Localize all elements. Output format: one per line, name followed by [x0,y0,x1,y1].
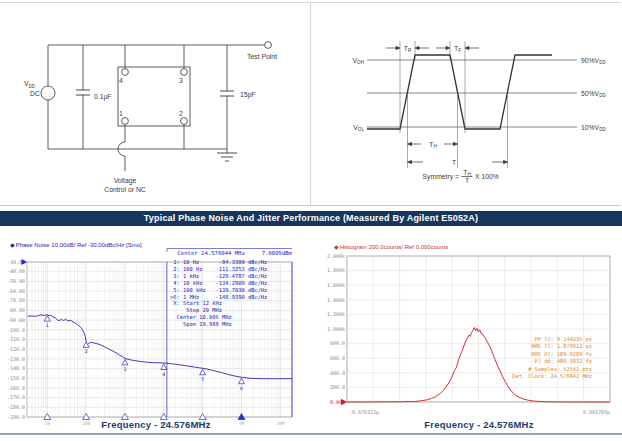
phase-noise-chart: ◆Phase Noise 10.00dB/ Ref -30.00dBc/Hz [… [2,238,310,432]
arrow-left-icon [415,46,419,49]
vol-label: VOL [353,124,364,132]
annotation-line: # Samples: 52542 pts [528,366,592,373]
arrow-left-icon [465,46,469,49]
pin-number-2: 2 [179,110,183,117]
y-tick-label: 600.0 [330,355,345,361]
dut-outline [118,67,190,126]
bypass-capacitor-symbol [76,90,90,95]
reference-lines [367,60,577,127]
y-tick-label: -50.00 [7,278,25,284]
marker-table-row: 1: 10 Hz -84.3389 dBc/Hz [170,259,267,265]
arrow-left-icon [408,160,412,163]
pin-circle-2 [181,118,188,125]
level-50-label: 50%VDD [581,90,606,98]
pin-circle-1 [122,118,129,125]
symmetry-multiplier: X 100% [475,173,499,180]
level-90-label: 90%VDD [581,57,606,65]
test-point-terminal [265,42,272,49]
arrow-right-icon [454,142,458,145]
vdd-label: VDD [24,80,36,89]
arrow-right-icon [396,46,400,49]
y-tick-label: 1.200k [327,311,345,317]
annotation-line: PJ dd: 489.9932 fs [535,358,592,364]
trace-marker-icon [122,359,128,365]
y-tick-label: -130.0 [7,356,25,362]
control-label-line1: Voltage [114,177,137,185]
phase-noise-caption: Frequency - 24.576MHz [2,419,310,432]
ground-symbol [217,153,237,161]
dc-label: DC [30,90,40,97]
arrow-left-icon [408,142,412,145]
pin-number-3: 3 [179,77,183,84]
top-diagrams-section: VDD DC 0.1µF 15pF Test Point 4 3 1 2 Vol… [0,2,621,206]
x-min-label: -9.676322p [349,409,379,416]
bypass-cap-label: 0.1µF [94,93,112,101]
test-point-label: Test Point [247,53,277,60]
pin-circle-3 [181,69,188,76]
dut-pins [122,69,188,125]
y-tick-label: -140.0 [7,365,25,371]
trace-marker-icon [161,364,167,370]
y-tick-label: -80.00 [7,307,25,313]
y-tick-label: 1.800k [327,267,345,273]
marker-table: 1: 10 Hz -84.3389 dBc/Hz 2: 100 Hz -111.… [170,259,267,328]
t-label: T [452,159,456,166]
arrow-right-icon [504,160,508,163]
test-circuit-diagram: VDD DC 0.1µF 15pF Test Point 4 3 1 2 Vol… [0,3,310,205]
section-header: Typical Phase Noise And Jitter Performan… [0,211,622,226]
waveform-timing-diagram: VOH VOL 90%VDD 50%VDD 10%VDD TR TF TH T … [311,3,621,205]
x-max-label: 9.901765p [583,409,610,416]
tr-label: TR [404,45,412,53]
trace-marker-icon [238,378,244,384]
y-tick-label: -160.0 [7,385,25,391]
trace-marker-icon [200,369,206,375]
y-tick-label: 1.400k [327,297,345,303]
y-tick-label: -180.0 [7,404,25,410]
trace-marker-number: 3 [124,367,127,372]
marker-table-row: Span 19.988 MHz [170,321,232,328]
y-tick-label: -150.0 [7,375,25,381]
pin-number-4: 4 [119,77,123,84]
load-cap-label: 15pF [240,91,256,99]
y-tick-label: -170.0 [7,394,25,400]
histogram-title: ◆Histogram 200.0counts/ Ref 0.000counts [334,244,448,250]
circuit-wires [48,45,265,171]
phase-noise-title: ◆Phase Noise 10.00dB/ Ref -30.00dBc/Hz [… [10,242,142,248]
dc-source-symbol [41,86,55,100]
y-tick-label: 1.600k [327,282,345,288]
y-tick-label: -110.0 [7,336,25,342]
diamond-icon: ◆ [334,244,339,250]
load-capacitor-symbol [220,91,234,96]
tf-label: TF [454,45,461,53]
y-tick-label: 200.0 [330,384,345,390]
page-bottom-rule [0,433,622,435]
marker-table-row: X: Start 12 kHz [170,300,222,306]
trace-marker-icon [44,316,50,322]
timing-diagram-panel: VOH VOL 90%VDD 50%VDD 10%VDD TR TF TH T … [311,3,621,205]
clock-waveform-trace [367,55,552,129]
pin-circle-4 [122,69,129,76]
marker-table-row: 2: 100 Hz -111.3253 dBc/Hz [170,266,267,272]
annotation-line: RMS PJ: 109.6209 fs [531,351,592,357]
trace-marker-number: 5 [201,377,204,382]
y-tick-label: -60.00 [7,288,25,294]
center-frequency-readout: Center 24.576044 MHz 7.6005dBm [177,250,292,256]
marker-table-row: Center 10.006 MHz [170,314,232,320]
marker-table-row: >6: 1 MHz -148.9390 dBc/Hz [170,294,267,300]
marker-table-row: 4: 10 kHz -134.2909 dBc/Hz [170,280,267,286]
y-tick-label: 400.0 [330,370,345,376]
annotation-line: PP TJ: 9.144235 ps [535,336,592,343]
annotation-line: RMS TJ: 1.079912 ps [531,343,592,350]
trace-marker-number: 1 [46,323,49,328]
histogram-plot-area: 2.000k1.800k1.600k1.400k1.200k1.000k800.… [327,253,610,406]
jitter-annotations: PP TJ: 9.144235 psRMS TJ: 1.079912 psRMS… [512,336,592,379]
symmetry-denominator: T [465,177,469,184]
level-10-label: 10%VDD [581,124,606,132]
y-tick-label: 2.000k [327,253,345,259]
trace-marker-number: 6 [240,386,243,391]
y-tick-label: -90.00 [7,317,25,323]
y-tick-label: 1.000k [327,326,345,332]
arrow-right-icon [446,46,450,49]
symmetry-numerator: TH [463,169,470,177]
trace-marker-number: 4 [162,372,165,377]
